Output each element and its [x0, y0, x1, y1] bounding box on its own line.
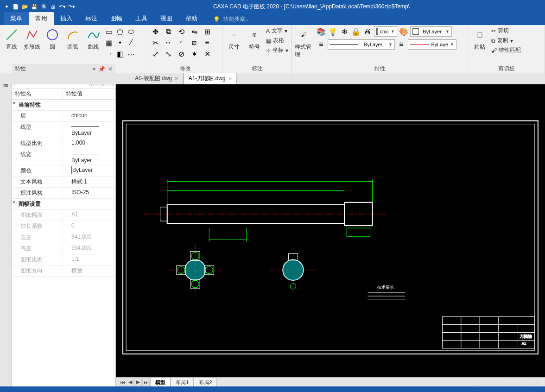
- doc-tab-active[interactable]: A1-刀辊轴.dwg×: [184, 73, 237, 84]
- offset-icon[interactable]: ≡: [202, 38, 212, 48]
- linetype-icon[interactable]: ≡: [316, 39, 326, 50]
- undo-icon[interactable]: ↶▾: [58, 3, 66, 10]
- tab-annotate[interactable]: 标注: [79, 12, 104, 25]
- prop-row[interactable]: 标注风格ISO-25: [12, 187, 115, 198]
- mirror-icon[interactable]: ⇋: [189, 26, 199, 37]
- function-search[interactable]: 💡 功能搜索...: [213, 15, 250, 25]
- move-icon[interactable]: ✥: [150, 26, 160, 37]
- plot-icon[interactable]: 🖨: [362, 26, 373, 37]
- tab-tools[interactable]: 工具: [129, 12, 154, 25]
- hatch-icon[interactable]: ▦: [104, 38, 114, 48]
- match-icon: 🖌: [491, 47, 497, 54]
- arc-button[interactable]: 圆弧: [63, 26, 82, 52]
- more-draw-icon[interactable]: ⋯: [126, 49, 136, 59]
- prop-row[interactable]: 图纸比例1:1: [12, 254, 115, 265]
- symbol-button[interactable]: ⊕符号: [245, 26, 264, 52]
- fillet-icon[interactable]: ◜: [176, 38, 186, 48]
- tab-prev-icon[interactable]: ◀: [127, 379, 134, 386]
- prop-row[interactable]: 层chicun: [12, 110, 115, 121]
- prop-section-title[interactable]: 图幅设置: [12, 199, 115, 209]
- extend-icon[interactable]: ↔: [163, 38, 173, 48]
- line-button[interactable]: 直线: [2, 26, 21, 52]
- copy-button[interactable]: ⧉复制▾: [490, 36, 522, 45]
- color-combo[interactable]: ByLayer▼: [410, 26, 452, 37]
- erase-icon[interactable]: ✕: [202, 49, 212, 59]
- prop-row[interactable]: 加长系数0: [12, 221, 115, 232]
- close-icon[interactable]: ✕: [108, 66, 113, 72]
- chamfer-icon[interactable]: ⧄: [189, 38, 199, 48]
- region-icon[interactable]: ◧: [115, 49, 125, 59]
- redo-icon[interactable]: ↷▾: [68, 3, 75, 10]
- text-button[interactable]: A文字▾: [265, 26, 289, 35]
- polygon-icon[interactable]: ⬠: [115, 26, 125, 37]
- tab-first-icon[interactable]: ⏮: [119, 379, 126, 386]
- prop-row[interactable]: 线型 ByLayer: [12, 121, 115, 138]
- coord-button[interactable]: ⊹坐标▾: [265, 46, 289, 55]
- style-manage-button[interactable]: 🖌样式管理: [294, 26, 313, 60]
- lineweight-combo[interactable]: ByLaye▼: [408, 39, 456, 50]
- close-icon[interactable]: ×: [175, 75, 178, 82]
- open-icon[interactable]: 📂: [21, 3, 29, 10]
- polyline-button[interactable]: 多段线: [22, 26, 42, 52]
- tab-view[interactable]: 视图: [154, 12, 179, 25]
- layout-tab-model[interactable]: 模型: [150, 378, 171, 387]
- copy-icon[interactable]: ⧉: [163, 26, 173, 37]
- linetype-combo[interactable]: ByLayer▼: [328, 39, 395, 50]
- close-icon[interactable]: ×: [228, 75, 232, 82]
- tab-common[interactable]: 常用: [29, 12, 54, 25]
- tab-last-icon[interactable]: ⏭: [142, 379, 150, 386]
- match-properties-button[interactable]: 🖌特性匹配: [490, 46, 522, 55]
- paste-button[interactable]: 📋粘贴: [470, 26, 489, 52]
- lineweight-icon[interactable]: ≡: [396, 39, 406, 50]
- prop-row[interactable]: 文本风格样式 1: [12, 176, 115, 187]
- layout-tab-2[interactable]: 布局2: [194, 378, 217, 387]
- ellipse-icon[interactable]: ⬭: [126, 26, 136, 37]
- prop-row[interactable]: 线型比例1.000: [12, 138, 115, 149]
- scale-icon[interactable]: ⤡: [163, 49, 173, 59]
- rotate-icon[interactable]: ⟲: [176, 26, 186, 37]
- xline-icon[interactable]: ∕: [126, 38, 136, 48]
- rect-icon[interactable]: ▭: [104, 26, 114, 37]
- dimension-button[interactable]: ↔尺寸: [224, 26, 244, 52]
- stretch-icon[interactable]: ⤢: [150, 49, 160, 59]
- doc-tab-inactive[interactable]: A0-装配图.dwg×: [130, 73, 184, 84]
- prop-row[interactable]: 宽度841.000: [12, 232, 115, 243]
- prop-row[interactable]: 图纸方向横放: [12, 265, 115, 276]
- tab-help[interactable]: 帮助: [179, 12, 204, 25]
- menu-file[interactable]: 菜单: [4, 12, 29, 25]
- array-icon[interactable]: ⊞: [202, 26, 212, 37]
- drawing-canvas[interactable]: 技术要求 刀辊轴 A1 ⏮ ◀ ▶ ⏭ 模型 布局1 布局2: [116, 74, 545, 386]
- print-preview-icon[interactable]: 🖶: [40, 3, 47, 10]
- tab-insert[interactable]: 插入: [54, 12, 79, 25]
- tab-next-icon[interactable]: ▶: [134, 379, 142, 386]
- break-icon[interactable]: ⊘: [176, 49, 186, 59]
- save-icon[interactable]: 💾: [31, 3, 38, 10]
- trim-icon[interactable]: ✂: [150, 38, 160, 48]
- prop-row[interactable]: 图纸幅面A1: [12, 209, 115, 221]
- layer-manager-icon[interactable]: 📚: [316, 26, 326, 37]
- layer-combo[interactable]: chic▼: [374, 26, 397, 37]
- ray-icon[interactable]: →: [104, 49, 114, 59]
- new-icon[interactable]: 📄: [12, 3, 19, 10]
- dropdown-icon[interactable]: ▾: [93, 66, 95, 72]
- prop-row[interactable]: 高度594.000: [12, 243, 115, 254]
- explode-icon[interactable]: ✶: [189, 49, 199, 59]
- bulb-icon[interactable]: 💡: [328, 26, 338, 37]
- prop-row[interactable]: 颜色ByLayer: [12, 165, 115, 176]
- layout-tab-1[interactable]: 布局1: [171, 378, 194, 387]
- circle-button[interactable]: 圆: [43, 26, 62, 52]
- point-icon[interactable]: •: [115, 38, 125, 48]
- prop-row[interactable]: 线宽 ByLayer: [12, 149, 115, 165]
- pin-icon[interactable]: 📌: [98, 66, 105, 72]
- lock-icon[interactable]: 🔒: [351, 26, 361, 37]
- table-button[interactable]: ▦表格: [265, 36, 289, 45]
- tab-sheet[interactable]: 图幅: [104, 12, 129, 25]
- prop-section-title[interactable]: 当前特性: [12, 100, 115, 110]
- cad-drawing: 技术要求 刀辊轴 A1: [116, 74, 545, 382]
- cut-button[interactable]: ✂剪切: [490, 26, 522, 35]
- spline-button[interactable]: 曲线: [83, 26, 103, 52]
- freeze-icon[interactable]: ❄: [339, 26, 349, 37]
- app-icon[interactable]: ✦: [3, 3, 10, 10]
- print-icon[interactable]: 🖨: [49, 3, 57, 10]
- color-wheel-icon[interactable]: 🎨: [399, 26, 409, 37]
